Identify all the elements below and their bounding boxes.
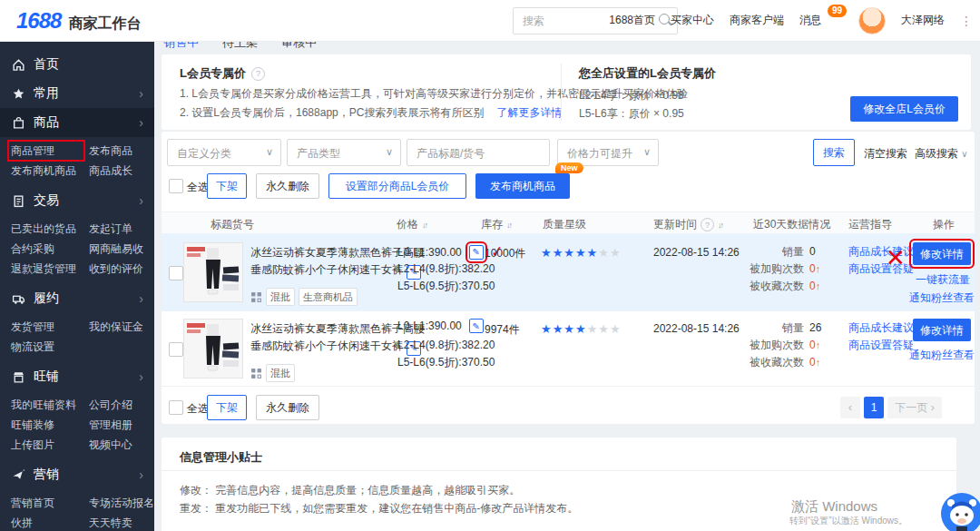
sidebar-item-company-intro[interactable]: 公司介绍 [89,398,151,412]
growth-advice-link[interactable]: 商品成长建议 [848,320,914,337]
sidebar-item-contract-purchase[interactable]: 合约采购 [11,241,82,256]
sidebar-item-shipping-manage[interactable]: 发货管理 [11,320,82,334]
sort-icon[interactable]: ↓↑ [718,221,722,230]
col-title: 标题货号 [211,217,254,232]
sidebar-item-marketing[interactable]: 营销 › [0,460,154,489]
keyword-input[interactable] [415,143,540,163]
main-content: 销售中 待上架 审核中 L会员专属价 ? 1. L会员专属价是买家分成价格运营工… [154,41,980,531]
sidebar-item-shop-decoration[interactable]: 旺铺装修 [11,418,82,432]
chevron-right-icon: › [139,467,143,482]
nav-messages[interactable]: 消息 99 [799,13,843,28]
nav-1688-home[interactable]: 1688首页 [609,13,655,28]
sidebar-item-refund-manage[interactable]: 退款退货管理 [11,261,82,276]
sidebar-item-create-order[interactable]: 发起订单 [89,221,151,236]
delete-button[interactable]: 永久删除 [256,173,319,199]
set-member-price-button[interactable]: 设置部分商品L会员价 [328,173,466,199]
sort-icon[interactable]: ↓↑ [506,221,511,230]
clear-search-link[interactable]: 清空搜索 [864,146,907,162]
pagination-next[interactable]: 下一页 › [887,397,942,418]
sidebar-item-publish-goods[interactable]: 发布商品 [89,143,151,158]
sidebar-item-trade[interactable]: 交易 › [0,186,154,215]
updated-time: 2022-08-15 14:26 [653,322,740,335]
off-shelf-button[interactable]: 下架 [207,173,247,199]
sidebar-item-publish-opportunity-goods[interactable]: 发布商机商品 [11,163,82,178]
logo[interactable]: 1688 商家工作台 [16,8,141,34]
more-menu-icon[interactable]: ⋮ [960,14,973,28]
row-checkbox[interactable] [169,266,183,280]
sidebar-item-shop[interactable]: 旺铺 › [0,362,154,391]
sidebar: 首页 常用 › 商品 › 商品管理 发布商品 发布商机商品 商品成长 [0,41,154,531]
sidebar-item-fulfillment[interactable]: 履约 › [0,284,154,313]
modify-store-member-price-button[interactable]: 修改全店L会员价 [850,96,958,122]
publish-opportunity-button[interactable]: 发布商机商品 [475,173,570,199]
sidebar-item-goods-growth[interactable]: 商品成长 [89,163,151,178]
tabs-row: 销售中 待上架 审核中 [163,41,526,53]
sidebar-item-goods[interactable]: 商品 › [0,108,154,137]
sidebar-item-logistics-settings[interactable]: 物流设置 [11,339,82,354]
advanced-search-link[interactable]: 高级搜索 ∨ [915,146,968,162]
modify-details-button[interactable]: 修改详情 [913,242,971,265]
select-all-checkbox[interactable] [169,179,183,193]
nav-buyer-center[interactable]: 买家中心 [671,13,714,28]
notify-fans-link[interactable]: 通知粉丝查看 [906,348,978,363]
sidebar-item-label: 交易 [34,192,59,209]
sidebar-item-daily-deals[interactable]: 天天特卖 [89,516,154,530]
sidebar-item-event-signup[interactable]: 专场活动报名 [89,496,154,510]
sidebar-item-wangshang-pay[interactable]: 网商融易收 [89,241,151,256]
sidebar-item-received-reviews[interactable]: 收到的评价 [89,261,151,276]
chat-mascot-button[interactable] [940,492,980,531]
search-button[interactable]: 搜索 [813,139,855,166]
sidebar-item-shop-profile[interactable]: 我的旺铺资料 [11,398,82,412]
product-image[interactable] [183,319,243,379]
sidebar-item-video-center[interactable]: 视频中心 [89,438,151,452]
sidebar-item-label: 旺铺 [34,369,59,385]
annotation-cross: ✕ [886,244,906,272]
tab-under-review[interactable]: 审核中 [281,41,317,51]
edit-price-icon[interactable]: ✎ [469,245,484,260]
notify-fans-link[interactable]: 通知粉丝查看 [906,290,978,306]
sidebar-item-album-manage[interactable]: 管理相册 [89,418,151,432]
learn-more-link[interactable]: 了解更多详情 [496,106,562,119]
shop-icon [11,369,25,384]
sidebar-item-label: 营销 [34,467,59,483]
pagination-page-1[interactable]: 1 [864,397,884,418]
username[interactable]: 大泽网络 [901,13,945,28]
chevron-right-icon: › [139,115,143,130]
select-all-checkbox[interactable] [169,400,183,415]
product-image[interactable] [183,242,243,302]
col-actions: 操作 [933,217,955,232]
sidebar-item-frequent[interactable]: 常用 › [0,79,154,108]
sidebar-item-home[interactable]: 首页 [0,50,154,79]
store-member-price-title: 您全店设置的L会员专属价 [579,65,716,82]
member-price-l2: L2-L4享：原价 × 0.98 [579,88,684,103]
sidebar-item-huopin[interactable]: 伙拼 [11,516,82,530]
pagination-prev[interactable]: ‹ [840,397,860,418]
sidebar-item-marketing-home[interactable]: 营销首页 [11,496,82,510]
sidebar-item-sold-goods[interactable]: 已卖出的货品 [11,221,82,236]
sidebar-item-upload-image[interactable]: 上传图片 [11,438,82,452]
edit-price-icon[interactable]: ✎ [469,319,484,333]
up-arrow-icon: ↑ [816,339,821,350]
tab-on-sale[interactable]: 销售中 [163,41,199,51]
avatar[interactable] [858,7,886,34]
product-type-dropdown[interactable]: 产品类型 ∨ [287,139,401,166]
setting-qa-link[interactable]: 商品设置答疑 [848,337,914,354]
off-shelf-button[interactable]: 下架 [207,395,247,420]
row-checkbox[interactable] [169,342,183,357]
tips-line-modify: 修改： 完善信息内容，提高信息质量；信息质量越高，越能吸引买家。 [180,483,520,498]
sidebar-item-goods-manage[interactable]: 商品管理 [11,143,82,158]
sidebar-item-my-deposit[interactable]: 我的保证金 [89,320,151,334]
member-price-panel: L会员专属价 ? 1. L会员专属价是买家分成价格运营工具，可针对高等级买家进行… [162,54,971,130]
chevron-down-icon: ∨ [961,149,967,159]
nav-merchant-client[interactable]: 商家客户端 [730,13,784,28]
price-l5: L5-L6(9.5折):370.50 [397,355,495,370]
delete-button[interactable]: 永久删除 [256,395,319,420]
get-traffic-link[interactable]: 一键获流量 [911,272,975,288]
modify-details-button[interactable]: 修改详情 [913,319,971,341]
sort-icon[interactable]: ↓↑ [422,221,426,230]
help-icon[interactable]: ? [701,218,714,231]
select-all-label: 全选 [187,180,209,195]
custom-category-dropdown[interactable]: 自定义分类 ∨ [167,139,281,166]
help-icon[interactable]: ? [251,67,265,81]
tab-to-be-listed[interactable]: 待上架 [222,41,258,51]
